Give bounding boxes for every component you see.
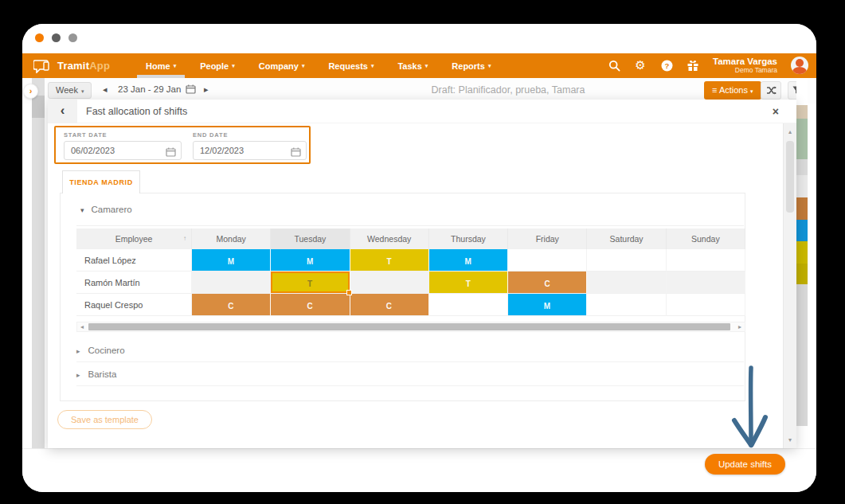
column-header-friday[interactable]: Friday [508,229,587,249]
window-control-close-icon[interactable] [35,33,44,42]
planner-color-block [796,175,808,197]
shift-letter: M [228,257,235,266]
shift-cell[interactable]: T [350,249,429,272]
back-button[interactable]: ‹ [48,100,77,123]
column-header-employee[interactable]: Employee↑ [76,229,192,249]
shift-cell[interactable] [587,272,666,294]
nav-item-company[interactable]: Company▾ [247,53,317,78]
shift-cell[interactable] [192,272,271,294]
week-selector[interactable]: Week▾ [48,82,92,99]
nav-item-reports[interactable]: Reports▾ [440,53,503,78]
selection-handle[interactable] [346,290,352,295]
fast-allocation-modal: ‹ Fast allocation of shifts × START DATE… [48,100,796,448]
section-barista[interactable]: ▸Barista [76,362,744,386]
shift-letter: C [544,279,550,288]
user-subtitle: Demo Tamara [713,67,777,75]
gear-icon[interactable]: ⚙ [634,59,647,72]
chat-bubble-logo-icon [33,59,53,73]
sidebar-expand-button[interactable]: › [23,84,38,99]
nav-menu: Home▾People▾Company▾Requests▾Tasks▾Repor… [134,53,503,78]
scroll-left-icon[interactable]: ◂ [77,322,87,331]
shift-cell[interactable]: M [192,249,271,272]
tab-tienda-madrid[interactable]: TIENDA MADRID [62,170,140,193]
nav-item-people[interactable]: People▾ [188,53,247,78]
window-control-minimize-icon[interactable] [52,33,61,42]
date-range-button[interactable]: 23 Jan - 29 Jan [118,84,196,94]
shift-cell[interactable]: M [508,294,587,316]
search-icon[interactable] [608,59,620,72]
shift-cell-selected[interactable]: T [271,272,350,294]
prev-week-icon[interactable]: ◂ [103,84,108,95]
section-cocinero[interactable]: ▸Cocinero [76,338,744,362]
user-menu[interactable]: Tamara Vargas Demo Tamara [713,57,777,75]
table-body: Rafael LópezMMTMRamón MartínTTCRaquel Cr… [76,249,745,316]
table-header-row: Employee↑MondayTuesdayWednesdayThursdayF… [76,229,745,249]
shift-cell[interactable] [587,249,666,272]
shift-cell[interactable]: C [271,294,350,316]
column-header-saturday[interactable]: Saturday [587,229,666,249]
column-header-sunday[interactable]: Sunday [667,229,745,249]
shift-cell[interactable] [429,294,508,316]
brand-name: TramitApp [57,60,110,72]
nav-item-tasks[interactable]: Tasks▾ [385,53,440,78]
shift-cell[interactable]: C [192,294,271,316]
chevron-right-icon: ▸ [76,371,80,379]
column-header-wednesday[interactable]: Wednesday [350,229,429,249]
vertical-scrollbar[interactable]: ▴ ▾ [783,123,796,448]
scroll-down-icon[interactable]: ▾ [784,436,796,443]
shift-cell[interactable] [667,272,745,294]
planner-color-block [796,241,808,264]
nav-item-home[interactable]: Home▾ [134,53,188,78]
shift-cell[interactable]: M [429,249,508,272]
back-chevron-icon: ‹ [61,103,65,118]
calendar-icon[interactable] [291,147,301,157]
shift-cell[interactable] [508,249,587,272]
shift-cell[interactable]: M [271,249,350,272]
shift-cell[interactable]: C [508,272,587,294]
shift-letter: M [307,257,314,266]
gift-icon[interactable] [687,59,699,72]
nav-item-requests[interactable]: Requests▾ [316,53,385,78]
brand-logo[interactable]: TramitApp [33,59,110,73]
vertical-scrollbar-thumb[interactable] [786,141,794,213]
shift-cell[interactable]: T [429,272,508,294]
chevron-down-icon: ▾ [80,206,84,214]
start-date-input[interactable] [64,141,182,160]
shift-cell[interactable]: C [350,294,429,316]
scroll-right-icon[interactable]: ▸ [735,322,745,331]
column-header-thursday[interactable]: Thursday [429,229,508,249]
table-row: Rafael LópezMMTM [76,249,745,272]
help-icon[interactable]: ? [660,59,673,72]
shuffle-icon[interactable] [761,81,781,100]
chevron-down-icon: ▾ [174,63,177,69]
end-date-group: END DATE [193,131,307,160]
shift-cell[interactable] [587,294,666,316]
scroll-up-icon[interactable]: ▴ [784,128,796,135]
calendar-icon[interactable] [166,147,176,157]
column-header-tuesday[interactable]: Tuesday [271,229,350,249]
actions-button[interactable]: ≡ Actions ▾ [704,81,761,100]
shift-letter: M [544,302,551,311]
horizontal-scrollbar-thumb[interactable] [88,323,730,330]
close-icon[interactable]: × [773,100,779,123]
end-date-input[interactable] [193,141,307,160]
section-camarero[interactable]: ▾Camarero [80,205,132,214]
chevron-right-icon: ▸ [76,347,80,355]
avatar[interactable] [791,57,808,74]
column-header-monday[interactable]: Monday [192,229,271,249]
save-as-template-button[interactable]: Save as template [57,410,152,429]
shift-cell[interactable] [667,294,745,316]
main-navbar: TramitApp Home▾People▾Company▾Requests▾T… [22,53,816,78]
window-control-maximize-icon[interactable] [68,33,77,42]
next-week-icon[interactable]: ▸ [204,84,209,95]
shift-cell[interactable] [667,249,745,272]
shift-cell[interactable] [350,272,429,294]
horizontal-scrollbar[interactable]: ◂ ▸ [76,322,745,332]
chevron-down-icon: ▾ [488,63,491,69]
modal-footer [22,448,816,492]
sort-ascending-icon: ↑ [183,229,186,249]
chevron-down-icon: ▾ [302,63,305,69]
update-shifts-button[interactable]: Update shifts [705,454,785,475]
chevron-down-icon: ▾ [232,63,235,69]
planner-color-block [796,284,808,426]
